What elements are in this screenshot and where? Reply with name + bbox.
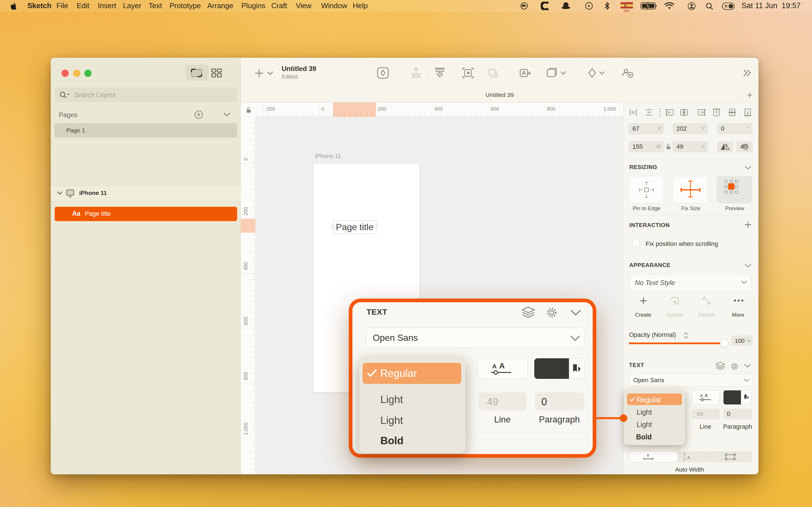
svg-text:A: A bbox=[688, 455, 690, 460]
svg-text:A: A bbox=[700, 393, 703, 398]
svg-text:A: A bbox=[647, 453, 649, 457]
svg-text:A: A bbox=[705, 393, 708, 398]
svg-text:A: A bbox=[492, 363, 497, 370]
svg-text:A: A bbox=[499, 362, 505, 370]
